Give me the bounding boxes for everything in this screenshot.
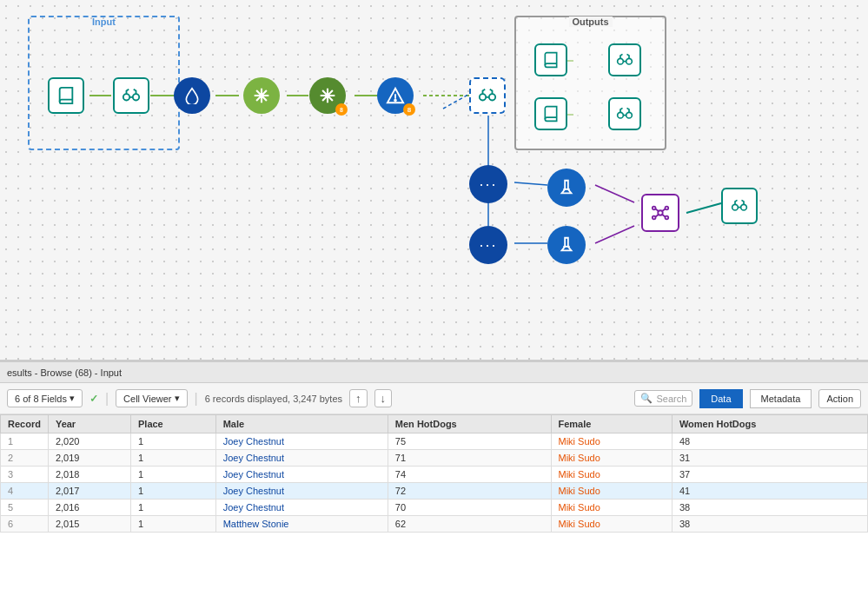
dots-node-1[interactable]: ··· — [469, 165, 507, 203]
tab-metadata-button[interactable]: Metadata — [750, 389, 812, 408]
cell-year: 2,016 — [48, 500, 130, 516]
transform-node-2[interactable]: 8 — [309, 77, 346, 114]
tab-data-button[interactable]: Data — [699, 389, 742, 408]
binoculars-node-1[interactable] — [113, 77, 149, 114]
cell-place: 1 — [130, 450, 215, 467]
fields-label: 6 of 8 Fields — [15, 394, 67, 404]
svg-point-23 — [489, 94, 495, 100]
svg-line-37 — [656, 215, 659, 217]
svg-point-32 — [666, 207, 669, 210]
svg-line-12 — [514, 182, 547, 185]
cell-record: 2 — [1, 450, 49, 467]
svg-line-14 — [595, 185, 634, 202]
svg-point-34 — [666, 216, 669, 220]
results-title: esults - Browse (68) - Input — [7, 367, 122, 378]
data-table: Record Year Place Male Men HotDogs Femal… — [0, 414, 868, 533]
chevron-down-icon: ▾ — [70, 393, 75, 404]
search-box[interactable]: 🔍 Search — [634, 390, 692, 407]
fields-button[interactable]: 6 of 8 Fields ▾ — [7, 389, 83, 407]
check-icon: ✓ — [89, 393, 98, 405]
output-book-2[interactable] — [534, 97, 567, 130]
workflow-canvas: Input — [0, 0, 868, 361]
cell-male: Joey Chestnut — [215, 450, 388, 467]
cell-place: 1 — [130, 516, 215, 533]
cell-men-hotdogs: 71 — [388, 450, 551, 467]
cell-women-hotdogs: 41 — [672, 483, 867, 500]
cell-record: 1 — [1, 433, 49, 450]
table-body: 1 2,020 1 Joey Chestnut 75 Miki Sudo 48 … — [1, 433, 868, 533]
viewer-button[interactable]: Cell Viewer ▾ — [116, 389, 187, 407]
svg-point-22 — [480, 94, 486, 100]
table-row[interactable]: 4 2,017 1 Joey Chestnut 72 Miki Sudo 41 — [1, 483, 868, 500]
dots-node-2[interactable]: ··· — [469, 226, 507, 264]
testtube-node-1[interactable] — [547, 169, 586, 207]
cell-male: Joey Chestnut — [215, 500, 388, 516]
sort-asc-button[interactable]: ↑ — [349, 389, 368, 407]
tab-action-button[interactable]: Action — [818, 389, 861, 408]
cell-men-hotdogs: 74 — [388, 467, 551, 483]
svg-point-24 — [618, 58, 624, 64]
separator-2: | — [195, 391, 198, 407]
cell-male: Matthew Stonie — [215, 516, 388, 533]
testtube-node-2[interactable] — [547, 226, 586, 264]
output-binoculars-1[interactable] — [608, 43, 641, 76]
col-female[interactable]: Female — [551, 415, 672, 433]
cell-female: Miki Sudo — [551, 433, 672, 450]
chevron-down-icon-2: ▾ — [175, 393, 180, 404]
cell-female: Miki Sudo — [551, 516, 672, 533]
cell-year: 2,019 — [48, 450, 130, 467]
search-icon: 🔍 — [640, 393, 653, 404]
cell-women-hotdogs: 38 — [672, 500, 867, 516]
cell-men-hotdogs: 75 — [388, 433, 551, 450]
table-row[interactable]: 6 2,015 1 Matthew Stonie 62 Miki Sudo 38 — [1, 516, 868, 533]
transform-node-1[interactable] — [243, 77, 280, 114]
cell-record: 4 — [1, 483, 49, 500]
input-box-label: Input — [89, 17, 119, 27]
output-binoculars-far[interactable] — [721, 188, 758, 224]
svg-line-38 — [662, 215, 666, 217]
col-male[interactable]: Male — [215, 415, 388, 433]
cell-men-hotdogs: 70 — [388, 500, 551, 516]
output-book-1[interactable] — [534, 43, 567, 76]
cell-female: Miki Sudo — [551, 500, 672, 516]
col-men-hotdogs[interactable]: Men HotDogs — [388, 415, 551, 433]
book-node[interactable] — [48, 77, 84, 114]
cell-women-hotdogs: 48 — [672, 433, 867, 450]
browse-node-main[interactable] — [469, 77, 506, 114]
table-header: Record Year Place Male Men HotDogs Femal… — [1, 415, 868, 433]
svg-point-33 — [653, 216, 656, 220]
cell-record: 6 — [1, 516, 49, 533]
svg-point-40 — [741, 204, 747, 210]
table-row[interactable]: 3 2,018 1 Joey Chestnut 74 Miki Sudo 37 — [1, 467, 868, 483]
col-women-hotdogs[interactable]: Women HotDogs — [672, 415, 867, 433]
svg-point-31 — [653, 207, 656, 210]
cell-place: 1 — [130, 500, 215, 516]
table-row[interactable]: 5 2,016 1 Joey Chestnut 70 Miki Sudo 38 — [1, 500, 868, 516]
col-place[interactable]: Place — [130, 415, 215, 433]
svg-line-15 — [595, 226, 634, 243]
cell-place: 1 — [130, 483, 215, 500]
cell-male: Joey Chestnut — [215, 483, 388, 500]
filter-node[interactable] — [174, 77, 210, 114]
cell-year: 2,020 — [48, 433, 130, 450]
viewer-label: Cell Viewer — [123, 394, 171, 404]
output-binoculars-2[interactable] — [608, 97, 641, 130]
results-toolbar: 6 of 8 Fields ▾ ✓ | Cell Viewer ▾ | 6 re… — [0, 383, 868, 414]
sort-desc-button[interactable]: ↓ — [374, 389, 393, 407]
col-record[interactable]: Record — [1, 415, 49, 433]
table-row[interactable]: 2 2,019 1 Joey Chestnut 71 Miki Sudo 31 — [1, 450, 868, 467]
svg-point-26 — [618, 112, 624, 118]
cell-women-hotdogs: 38 — [672, 516, 867, 533]
cell-place: 1 — [130, 433, 215, 450]
records-info: 6 records displayed, 3,247 bytes — [205, 394, 342, 404]
cell-female: Miki Sudo — [551, 450, 672, 467]
cell-year: 2,018 — [48, 467, 130, 483]
svg-line-36 — [662, 208, 666, 211]
col-year[interactable]: Year — [48, 415, 130, 433]
network-node[interactable] — [641, 194, 679, 232]
svg-point-21 — [394, 100, 396, 102]
cell-year: 2,015 — [48, 516, 130, 533]
table-row[interactable]: 1 2,020 1 Joey Chestnut 75 Miki Sudo 48 — [1, 433, 868, 450]
formula-node[interactable]: 8 — [377, 77, 414, 114]
search-placeholder: Search — [656, 394, 686, 404]
